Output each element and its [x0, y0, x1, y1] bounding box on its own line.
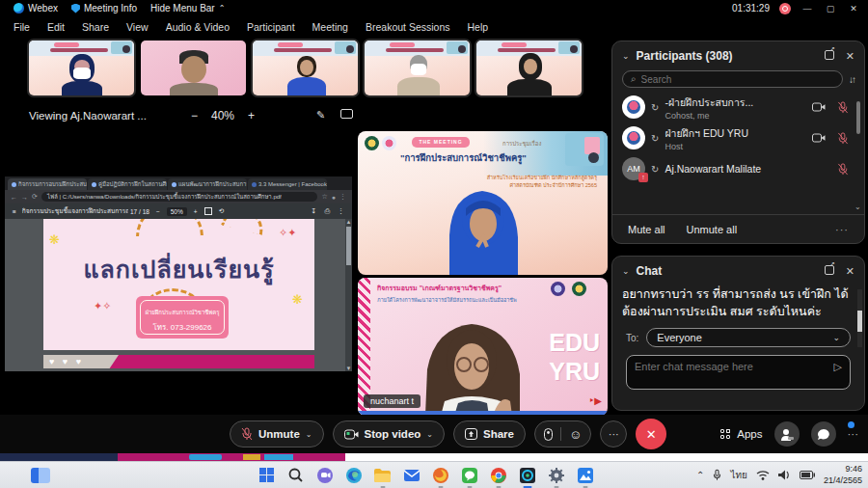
apps-button[interactable]: Apps: [720, 428, 762, 440]
pdf-page-indicator[interactable]: 17 / 18: [130, 208, 149, 215]
popout-panel-icon[interactable]: [825, 265, 834, 275]
recording-indicator-icon[interactable]: [779, 3, 791, 14]
browser-tab-3[interactable]: แผนพัฒนาการฝึกประสบการณ์วิชาชีพครู: [168, 178, 247, 190]
collapse-panel-icon[interactable]: ⌄: [622, 51, 630, 61]
forward-icon[interactable]: →: [21, 194, 28, 201]
video-feed-speaker[interactable]: THE MEETING การประชุมเรื่อง "การฝึกประสบ…: [358, 131, 608, 275]
close-panel-icon[interactable]: ✕: [846, 50, 854, 63]
leave-meeting-button[interactable]: ✕: [636, 419, 666, 449]
participant-row-3[interactable]: AM ↑ ↻ Aj.Naowarart Malilate: [612, 153, 864, 184]
volume-icon[interactable]: [778, 470, 791, 480]
video-thumbnail-1[interactable]: [27, 39, 136, 97]
zoom-in-button[interactable]: +: [248, 109, 255, 122]
zoom-out-button[interactable]: −: [191, 109, 198, 122]
menu-meeting[interactable]: Meeting: [312, 21, 348, 33]
settings-button[interactable]: [548, 467, 564, 483]
browser-menu-icon[interactable]: ⋮: [339, 193, 346, 201]
menu-participant[interactable]: Participant: [247, 21, 295, 33]
zoom-level[interactable]: 40%: [211, 109, 234, 122]
stop-video-button[interactable]: Stop video ⌄: [333, 420, 445, 447]
pdf-download-icon[interactable]: ↧: [312, 207, 317, 215]
webex-app-menu[interactable]: Webex: [14, 3, 58, 14]
scrollbar-thumb[interactable]: [346, 227, 351, 265]
edge-button[interactable]: [345, 467, 362, 483]
chat-panel-button[interactable]: [811, 421, 836, 447]
browser-tab-1[interactable]: กิจกรรมการอบรมฝึกประสบการณ์วิชาชีพ: [8, 178, 87, 190]
chat-input-box[interactable]: ▷: [626, 355, 851, 390]
taskbar-clock[interactable]: 9:46 21/4/2565: [824, 464, 862, 486]
scroll-down-icon[interactable]: ⌄: [854, 203, 861, 211]
menu-file[interactable]: File: [14, 21, 30, 33]
popout-panel-icon[interactable]: [825, 50, 834, 60]
bookmark-icon[interactable]: ☆: [321, 193, 327, 201]
search-button[interactable]: [287, 467, 304, 483]
profile-icon[interactable]: ●: [332, 194, 336, 201]
participants-panel-button[interactable]: [774, 421, 800, 447]
unmute-all-button[interactable]: Unmute all: [687, 224, 738, 235]
tray-mic-icon[interactable]: [713, 469, 721, 481]
participant-search[interactable]: ⌕: [622, 70, 843, 88]
photos-button[interactable]: [577, 467, 593, 483]
back-icon[interactable]: ←: [11, 194, 17, 201]
participant-row-2[interactable]: ↻ ฝ่ายฝึกฯ EDU YRU Host: [612, 122, 864, 153]
close-button[interactable]: ✕: [847, 4, 860, 14]
hide-menu-bar-button[interactable]: Hide Menu Bar ⌃: [150, 3, 225, 14]
pdf-more-icon[interactable]: ⋮: [338, 207, 344, 215]
url-field[interactable]: ไฟล์ | C:/Users/nanwa/Downloads/กิจกรรมป…: [41, 192, 318, 202]
menu-breakout-sessions[interactable]: Breakout Sessions: [366, 21, 450, 33]
start-button[interactable]: [258, 467, 275, 483]
pdf-zoom-out-icon[interactable]: −: [156, 208, 160, 215]
video-thumbnail-3[interactable]: [251, 39, 360, 97]
sort-icon[interactable]: ↓↑: [849, 74, 854, 85]
unmute-button[interactable]: Unmute ⌄: [230, 420, 324, 447]
search-input[interactable]: [641, 74, 834, 85]
more-panels-button[interactable]: ···: [848, 428, 859, 440]
file-explorer-button[interactable]: [374, 467, 391, 483]
maximize-button[interactable]: ▢: [824, 4, 837, 14]
webex-button[interactable]: [519, 467, 535, 483]
language-indicator[interactable]: ไทย: [730, 468, 746, 482]
video-thumbnail-2[interactable]: [139, 39, 248, 97]
record-icon[interactable]: [544, 428, 553, 441]
battery-icon[interactable]: [800, 471, 815, 479]
more-options-button[interactable]: ···: [600, 420, 627, 447]
participants-more-icon[interactable]: ···: [835, 224, 849, 235]
recipient-select[interactable]: Everyone ⌄: [646, 328, 851, 347]
browser-tab-4[interactable]: 3.3 Messenger | Facebook: [248, 178, 327, 190]
share-button[interactable]: Share: [453, 420, 526, 447]
pdf-rotate-icon[interactable]: ⟲: [219, 207, 224, 215]
minimize-button[interactable]: —: [800, 4, 814, 14]
scroll-down-icon[interactable]: ▼: [345, 366, 352, 371]
chat-input[interactable]: [635, 361, 830, 372]
close-panel-icon[interactable]: ✕: [846, 265, 854, 278]
pdf-zoom-in-icon[interactable]: +: [194, 208, 198, 215]
chrome-button[interactable]: [490, 467, 506, 483]
video-thumbnail-4[interactable]: [363, 39, 472, 97]
meeting-info-button[interactable]: Meeting Info: [71, 3, 137, 14]
pdf-scrollbar[interactable]: ▲ ▼: [345, 219, 352, 371]
annotate-icon[interactable]: ✎: [316, 109, 325, 122]
tray-chevron-up-icon[interactable]: ⌃: [696, 470, 704, 480]
firefox-button[interactable]: [432, 467, 448, 483]
reactions-icon[interactable]: ☺: [569, 427, 582, 442]
participants-scrollbar[interactable]: ⌄: [855, 101, 861, 198]
pdf-print-icon[interactable]: ⎙: [324, 207, 330, 215]
scrollbar-thumb[interactable]: [857, 311, 862, 332]
scrollbar-thumb[interactable]: [856, 101, 860, 134]
browser-tab-2[interactable]: คู่มือปฏิบัติการฝึกในสถานศึกษา 65: [88, 178, 167, 190]
send-icon[interactable]: ▷: [834, 361, 842, 373]
video-feed-nuchanart[interactable]: กิจกรรมอบรม "เกณฑ์มาตรฐานวิชาชีพครู" ภาย…: [358, 278, 608, 416]
pdf-menu-icon[interactable]: ≡: [13, 208, 16, 215]
pdf-fit-icon[interactable]: [204, 207, 212, 215]
scroll-up-icon[interactable]: ▲: [345, 219, 352, 225]
menu-view[interactable]: View: [126, 21, 149, 33]
pdf-zoom-level[interactable]: 50%: [167, 207, 187, 216]
widgets-button[interactable]: [31, 468, 50, 483]
menu-edit[interactable]: Edit: [47, 21, 65, 33]
video-thumbnail-5[interactable]: [475, 39, 583, 97]
menu-share[interactable]: Share: [82, 21, 109, 33]
chat-scrollbar[interactable]: [857, 289, 862, 347]
collapse-panel-icon[interactable]: ⌄: [622, 266, 630, 276]
line-button[interactable]: [461, 467, 477, 483]
mute-all-button[interactable]: Mute all: [628, 224, 665, 235]
